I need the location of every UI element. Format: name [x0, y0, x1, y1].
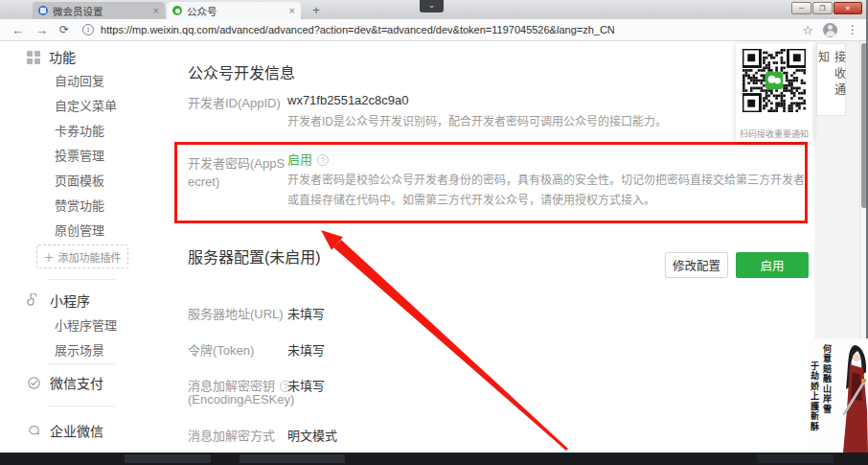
- add-plugin-button[interactable]: ＋ 添加功能插件: [36, 244, 128, 268]
- maximize-button[interactable]: ❐: [812, 2, 833, 14]
- wechat-favicon-icon: [172, 6, 182, 15]
- sidebar-item-page-template[interactable]: 页面模板: [55, 171, 104, 189]
- sidebar-item-voting[interactable]: 投票管理: [55, 146, 104, 164]
- tab-close-icon[interactable]: ×: [289, 5, 295, 16]
- aeskey-value: 未填写: [287, 376, 325, 394]
- enable-button[interactable]: 启用: [736, 252, 809, 278]
- sidebar-divider: [48, 363, 115, 364]
- reload-icon[interactable]: ⟳: [59, 23, 69, 36]
- sidebar-item-original[interactable]: 原创管理: [55, 221, 104, 239]
- appid-description: 开发者ID是公众号开发识别码，配合开发者密码可调用公众号的接口能力。: [287, 112, 667, 131]
- sidebar-item-card-coupon[interactable]: 卡券功能: [55, 121, 104, 139]
- windows-taskbar[interactable]: [0, 453, 868, 465]
- aeskey-label-en: (EncodingAESKey): [188, 392, 294, 407]
- new-tab-button[interactable]: +: [308, 4, 324, 17]
- calligraphy-text: 于劫娇上護新酥: [809, 361, 821, 432]
- sidebar-divider: [48, 406, 115, 407]
- back-icon[interactable]: ←: [11, 23, 24, 37]
- desktop-wallpaper-corner: 何意賠融山岸雪 于劫娇上護新酥: [808, 338, 868, 453]
- page-title: 公众号开发信息: [188, 60, 295, 83]
- browser-window: 微会员设置 × 公众号 × + ⌄ ─ ❐ ✕ ← → ⟳ i https://…: [0, 0, 868, 465]
- minimize-button[interactable]: ─: [791, 2, 811, 14]
- sidebar-section-miniprogram[interactable]: 小程序: [27, 291, 90, 310]
- member-settings-favicon-icon: [38, 6, 48, 15]
- server-config-title: 服务器配置(未启用): [188, 244, 321, 267]
- enterprise-wechat-icon: [27, 424, 41, 438]
- server-url-label: 服务器地址(URL): [188, 304, 284, 322]
- sidebar-section-enterprise-wechat[interactable]: 企业微信: [27, 421, 103, 440]
- tab-close-icon[interactable]: ×: [153, 5, 159, 16]
- tab-title: 微会员设置: [53, 4, 149, 18]
- bookmark-star-icon[interactable]: ☆: [802, 23, 813, 37]
- token-value: 未填写: [287, 340, 325, 359]
- server-url-value: 未填写: [287, 304, 325, 322]
- annotation-red-rectangle: [174, 142, 808, 223]
- qr-caption: 扫码接收重要通知: [736, 128, 812, 140]
- token-label: 令牌(Token): [188, 340, 254, 359]
- tab-strip: 微会员设置 × 公众号 × + ⌄ ─ ❐ ✕: [0, 0, 868, 19]
- qr-popup: 扫码接收重要通知: [736, 43, 812, 142]
- wechat-pay-icon: [27, 376, 41, 390]
- sidebar-item-custom-menu[interactable]: 自定义菜单: [55, 96, 117, 114]
- anime-character-art: [841, 343, 868, 453]
- page-info-icon[interactable]: i: [82, 24, 94, 35]
- tab-member-settings[interactable]: 微会员设置 ×: [33, 2, 165, 19]
- sidebar-divider: [48, 279, 115, 280]
- calligraphy-text: 何意賠融山岸雪: [821, 344, 834, 415]
- plus-icon: ＋: [44, 249, 55, 265]
- forward-icon[interactable]: →: [35, 23, 48, 37]
- sidebar-item-appreciation[interactable]: 赞赏功能: [55, 196, 104, 214]
- qr-code: [742, 49, 806, 112]
- sidebar-item-miniprogram-manage[interactable]: 小程序管理: [55, 315, 117, 334]
- chevron-down-icon[interactable]: ⌄: [420, 0, 444, 12]
- grid-icon: [27, 50, 40, 63]
- miniprogram-icon: [27, 293, 41, 308]
- address-bar: ← → ⟳ i https://mp.weixin.qq.com/advance…: [0, 19, 868, 41]
- modify-config-button[interactable]: 修改配置: [665, 252, 728, 278]
- appid-value: wx71fb2551a2c8c9a0: [287, 93, 409, 107]
- browser-menu-icon[interactable]: ⋮: [847, 23, 858, 36]
- tab-official-account[interactable]: 公众号 ×: [167, 2, 301, 19]
- sidebar-section-function[interactable]: 功能: [27, 47, 76, 66]
- sidebar-item-auto-reply[interactable]: 自动回复: [55, 71, 104, 89]
- close-button[interactable]: ✕: [834, 2, 862, 14]
- sidebar-item-display-scene[interactable]: 展示场景: [55, 340, 104, 359]
- tab-title: 公众号: [187, 4, 286, 18]
- sidebar: 功能 自动回复 自定义菜单 卡券功能 投票管理 页面模板 赞赏功能 原创管理 ＋…: [0, 41, 172, 453]
- main-content: 公众号开发信息 开发者ID(AppID) wx71fb2551a2c8c9a0 …: [172, 41, 814, 453]
- window-controls: ─ ❐ ✕: [791, 2, 862, 14]
- url-field[interactable]: https://mp.weixin.qq.com/advanced/advanc…: [101, 24, 802, 35]
- encrypt-mode-label: 消息加解密方式: [188, 426, 275, 444]
- profile-avatar[interactable]: [823, 23, 837, 37]
- receive-notification-tab[interactable]: 接收通知: [816, 43, 846, 116]
- appid-label: 开发者ID(AppID): [188, 93, 281, 111]
- sidebar-section-wechat-pay[interactable]: 微信支付: [27, 373, 103, 392]
- encrypt-mode-value: 明文模式: [287, 426, 337, 444]
